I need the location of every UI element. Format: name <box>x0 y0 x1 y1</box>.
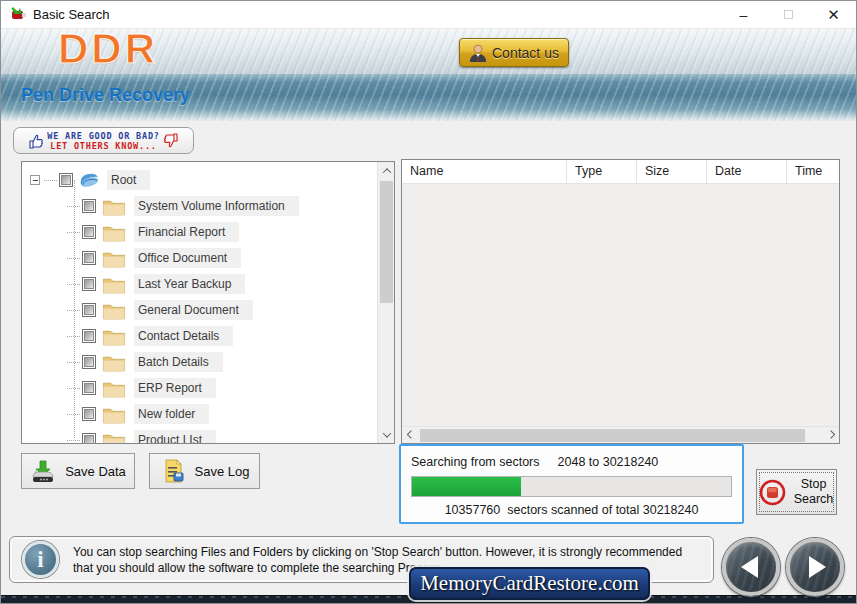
folder-tree-panel: Root System Volume InformationFinancial … <box>21 161 395 444</box>
info-icon: i <box>22 541 59 578</box>
tree-row-root[interactable]: Root <box>22 167 377 193</box>
tree-folder-label[interactable]: New folder <box>134 404 209 424</box>
tree-row-folder[interactable]: Product LIst <box>22 427 377 443</box>
thumbs-down-icon <box>163 133 178 149</box>
tree-row-folder[interactable]: Batch Details <box>22 349 377 375</box>
column-header-date[interactable]: Date <box>707 160 787 183</box>
tree-row-folder[interactable]: Last Year Backup <box>22 271 377 297</box>
folder-icon <box>102 327 126 346</box>
tree-row-folder[interactable]: New folder <box>22 401 377 427</box>
save-log-icon <box>160 458 186 484</box>
folder-icon <box>102 249 126 268</box>
stop-search-label: Stop Search <box>793 477 835 507</box>
collapse-expander-icon[interactable] <box>30 175 40 185</box>
table-scroll-thumb[interactable] <box>420 429 805 442</box>
feedback-badge-button[interactable]: WE ARE GOOD OR BAD? LET OTHERS KNOW... <box>13 127 194 154</box>
tree-folder-label[interactable]: Batch Details <box>134 352 223 372</box>
person-icon <box>468 43 488 63</box>
tree-row-folder[interactable]: Contact Details <box>22 323 377 349</box>
app-window: Basic Search – ✕ DDR Contact us Pen Driv… <box>0 0 857 604</box>
scroll-left-arrow[interactable] <box>402 427 419 444</box>
tree-folder-label[interactable]: Office Document <box>134 248 241 268</box>
tree-folder-label[interactable]: General Document <box>134 300 253 320</box>
tree-folder-label[interactable]: Product LIst <box>134 430 216 443</box>
stop-search-button[interactable]: Stop Search <box>756 469 837 515</box>
folder-icon <box>102 223 126 242</box>
ddr-logo: DDR <box>58 25 158 73</box>
folder-checkbox[interactable] <box>82 407 96 421</box>
folder-checkbox[interactable] <box>82 225 96 239</box>
results-table-header: NameTypeSizeDateTime <box>402 160 839 184</box>
folder-tree: Root System Volume InformationFinancial … <box>22 162 377 443</box>
next-button[interactable] <box>786 538 844 596</box>
stop-icon <box>759 479 786 506</box>
scroll-up-arrow[interactable] <box>378 162 395 179</box>
search-progress-panel: Searching from sectors 2048 to 30218240 … <box>399 444 744 524</box>
previous-button[interactable] <box>722 538 780 596</box>
tree-row-folder[interactable]: ERP Report <box>22 375 377 401</box>
results-table-panel: NameTypeSizeDateTime <box>401 159 840 444</box>
tree-scroll-thumb[interactable] <box>380 181 393 303</box>
column-header-name[interactable]: Name <box>402 160 567 183</box>
tree-folder-label[interactable]: Contact Details <box>134 326 233 346</box>
feedback-line2: LET OTHERS KNOW... <box>47 141 159 151</box>
folder-checkbox[interactable] <box>82 303 96 317</box>
contact-us-label: Contact us <box>492 45 559 61</box>
tree-folder-label[interactable]: Last Year Backup <box>134 274 245 294</box>
folder-icon <box>102 301 126 320</box>
tree-folder-label[interactable]: ERP Report <box>134 378 216 398</box>
folder-checkbox[interactable] <box>82 381 96 395</box>
root-checkbox[interactable] <box>59 173 73 187</box>
thumbs-up-icon <box>29 133 44 149</box>
save-log-label: Save Log <box>195 464 250 479</box>
window-title: Basic Search <box>33 7 110 22</box>
close-button[interactable]: ✕ <box>811 1 856 28</box>
folder-icon <box>102 405 126 424</box>
folder-icon <box>102 275 126 294</box>
progress-bar-fill <box>412 477 521 496</box>
save-data-label: Save Data <box>65 464 126 479</box>
root-drive-icon <box>79 172 99 189</box>
save-data-icon <box>30 458 56 484</box>
tree-root-label[interactable]: Root <box>107 170 150 190</box>
app-title: Pen Drive Recovery <box>21 85 190 106</box>
progress-scanned: 10357760 <box>445 503 501 517</box>
save-data-button[interactable]: Save Data <box>21 453 135 489</box>
folder-icon <box>102 353 126 372</box>
folder-checkbox[interactable] <box>82 199 96 213</box>
folder-icon <box>102 379 126 398</box>
memorycardrestore-banner[interactable]: MemoryCardRestore.com <box>409 567 650 600</box>
folder-checkbox[interactable] <box>82 433 96 443</box>
folder-checkbox[interactable] <box>82 251 96 265</box>
progress-status-line: 10357760 sectors scanned of total 302182… <box>411 503 732 517</box>
folder-checkbox[interactable] <box>82 355 96 369</box>
tree-folder-label[interactable]: Financial Report <box>134 222 239 242</box>
tree-row-folder[interactable]: System Volume Information <box>22 193 377 219</box>
scroll-down-arrow[interactable] <box>378 426 395 443</box>
column-header-type[interactable]: Type <box>567 160 637 183</box>
column-header-time[interactable]: Time <box>787 160 839 183</box>
scroll-right-arrow[interactable] <box>822 427 839 444</box>
tree-row-folder[interactable]: Office Document <box>22 245 377 271</box>
folder-icon <box>102 431 126 444</box>
banner-label: MemoryCardRestore.com <box>420 571 639 596</box>
tree-vertical-scrollbar[interactable] <box>377 162 394 443</box>
save-log-button[interactable]: Save Log <box>149 453 260 489</box>
progress-scanned-suffix: sectors scanned of total 30218240 <box>507 503 698 517</box>
tree-folder-label[interactable]: System Volume Information <box>134 196 299 216</box>
app-icon <box>10 6 27 23</box>
progress-label-line: Searching from sectors 2048 to 30218240 <box>411 455 732 469</box>
column-header-size[interactable]: Size <box>637 160 707 183</box>
left-arrow-icon <box>741 556 758 578</box>
maximize-button <box>766 1 811 28</box>
feedback-line1: WE ARE GOOD OR BAD? <box>47 131 159 141</box>
table-horizontal-scrollbar[interactable] <box>402 426 839 443</box>
contact-us-button[interactable]: Contact us <box>459 38 569 67</box>
folder-icon <box>102 197 126 216</box>
minimize-button[interactable]: – <box>721 1 766 28</box>
folder-checkbox[interactable] <box>82 277 96 291</box>
tree-row-folder[interactable]: General Document <box>22 297 377 323</box>
folder-checkbox[interactable] <box>82 329 96 343</box>
progress-bar-track <box>411 476 732 497</box>
tree-row-folder[interactable]: Financial Report <box>22 219 377 245</box>
